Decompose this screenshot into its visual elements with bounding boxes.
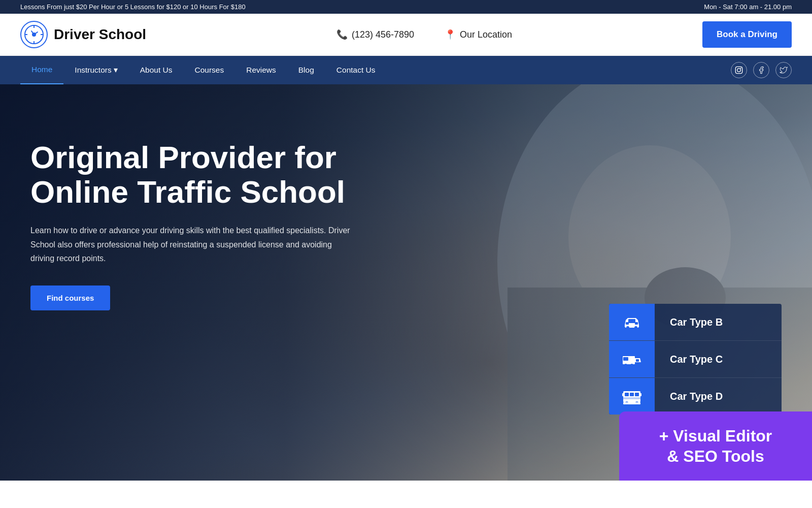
svg-rect-29 — [635, 393, 639, 396]
nav-item-home[interactable]: Home — [20, 56, 63, 84]
hero-section: Original Provider for Online Traffic Sch… — [0, 84, 812, 481]
promo-text: Lessons From just $20 Per Hour or 5 Less… — [20, 3, 246, 11]
book-driving-button[interactable]: Book a Driving — [702, 21, 792, 48]
facebook-icon[interactable] — [753, 62, 769, 78]
svg-point-9 — [740, 68, 741, 69]
nav-link-about[interactable]: About Us — [129, 56, 184, 84]
nav-item-contact[interactable]: Contact Us — [325, 56, 387, 84]
svg-rect-34 — [622, 393, 623, 396]
social-links — [731, 62, 792, 78]
svg-rect-27 — [625, 393, 629, 396]
svg-point-24 — [637, 364, 640, 367]
visual-editor-badge: + Visual Editor& SEO Tools — [619, 411, 812, 481]
car-type-d[interactable]: Car Type D — [609, 378, 782, 415]
nav-item-about[interactable]: About Us — [129, 56, 184, 84]
car-b-icon — [621, 311, 643, 333]
car-types-panel: Car Type B Car Type C — [609, 304, 782, 415]
svg-rect-30 — [623, 397, 640, 399]
svg-point-8 — [737, 69, 741, 72]
location-text: Our Location — [460, 29, 512, 40]
svg-point-16 — [634, 326, 637, 329]
hero-description: Learn how to drive or advance your drivi… — [30, 224, 355, 265]
nav-link-courses[interactable]: Courses — [183, 56, 235, 84]
svg-rect-25 — [623, 357, 628, 361]
nav-link-reviews[interactable]: Reviews — [235, 56, 287, 84]
dropdown-arrow-icon: ▾ — [114, 66, 118, 75]
nav-item-instructors[interactable]: Instructors ▾ — [63, 56, 128, 84]
hours-text: Mon - Sat 7:00 am - 21.00 pm — [704, 3, 792, 11]
nav-item-reviews[interactable]: Reviews — [235, 56, 287, 84]
svg-rect-28 — [630, 393, 634, 396]
svg-rect-33 — [623, 402, 640, 404]
nav-link-blog[interactable]: Blog — [287, 56, 325, 84]
car-type-b-icon-box — [609, 304, 655, 340]
location-contact[interactable]: 📍 Our Location — [445, 29, 512, 40]
svg-point-23 — [630, 364, 633, 367]
car-type-d-label: Car Type D — [655, 391, 738, 402]
nav-item-courses[interactable]: Courses — [183, 56, 235, 84]
svg-rect-17 — [628, 319, 635, 323]
logo-text: Driver School — [54, 26, 146, 43]
nav-link-contact[interactable]: Contact Us — [325, 56, 387, 84]
svg-rect-7 — [735, 67, 742, 73]
nav-link-instructors[interactable]: Instructors ▾ — [63, 56, 128, 84]
phone-icon: 📞 — [336, 29, 348, 40]
svg-rect-35 — [640, 393, 641, 396]
car-d-icon — [621, 385, 643, 407]
top-bar: Lessons From just $20 Per Hour or 5 Less… — [0, 0, 812, 14]
svg-rect-18 — [626, 322, 629, 325]
instagram-icon[interactable] — [731, 62, 747, 78]
svg-rect-21 — [636, 359, 639, 362]
header: Driver School 📞 (123) 456-7890 📍 Our Loc… — [0, 14, 812, 56]
nav-link-home[interactable]: Home — [20, 56, 63, 84]
logo-icon — [20, 21, 48, 48]
location-icon: 📍 — [445, 29, 456, 40]
car-c-icon — [621, 348, 643, 370]
phone-number: (123) 456-7890 — [352, 29, 414, 40]
svg-point-22 — [624, 364, 627, 367]
svg-rect-19 — [635, 322, 638, 325]
find-courses-button[interactable]: Find courses — [30, 285, 110, 310]
car-type-b[interactable]: Car Type B — [609, 304, 782, 341]
twitter-icon[interactable] — [775, 62, 792, 78]
car-type-b-label: Car Type B — [655, 316, 738, 328]
logo[interactable]: Driver School — [20, 21, 146, 48]
phone-contact[interactable]: 📞 (123) 456-7890 — [336, 29, 414, 40]
header-contact: 📞 (123) 456-7890 📍 Our Location — [336, 29, 512, 40]
hero-title: Original Provider for Online Traffic Sch… — [30, 140, 355, 209]
car-type-c-label: Car Type C — [655, 354, 738, 365]
car-type-d-icon-box — [609, 378, 655, 415]
nav-bar: Home Instructors ▾ About Us Courses Revi… — [0, 56, 812, 84]
car-type-c-icon-box — [609, 341, 655, 377]
svg-point-15 — [626, 326, 629, 329]
nav-item-blog[interactable]: Blog — [287, 56, 325, 84]
hero-content: Original Provider for Online Traffic Sch… — [0, 84, 386, 341]
visual-editor-text: + Visual Editor& SEO Tools — [659, 427, 772, 465]
nav-links: Home Instructors ▾ About Us Courses Revi… — [20, 56, 386, 84]
car-type-c[interactable]: Car Type C — [609, 341, 782, 378]
